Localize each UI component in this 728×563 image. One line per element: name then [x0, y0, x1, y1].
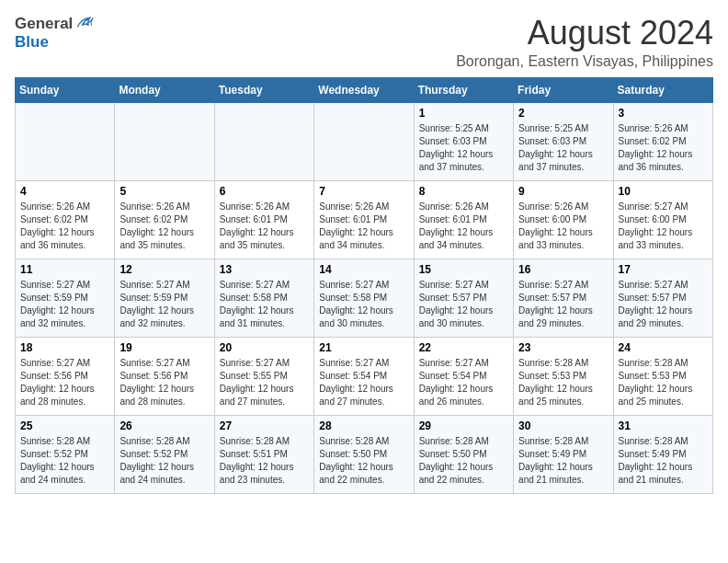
day-info: Sunrise: 5:27 AMSunset: 5:59 PMDaylight:… [20, 279, 109, 330]
day-number: 11 [20, 263, 109, 276]
day-info: Sunrise: 5:25 AMSunset: 6:03 PMDaylight:… [419, 122, 508, 174]
day-number: 22 [419, 341, 508, 354]
calendar-table: SundayMondayTuesdayWednesdayThursdayFrid… [15, 77, 713, 494]
day-info: Sunrise: 5:26 AMSunset: 6:02 PMDaylight:… [619, 122, 708, 174]
calendar-cell: 29Sunrise: 5:28 AMSunset: 5:50 PMDayligh… [414, 415, 513, 493]
col-header-tuesday: Tuesday [214, 77, 313, 102]
day-info: Sunrise: 5:28 AMSunset: 5:52 PMDaylight:… [119, 435, 209, 487]
day-info: Sunrise: 5:27 AMSunset: 5:54 PMDaylight:… [319, 357, 408, 408]
day-info: Sunrise: 5:27 AMSunset: 5:56 PMDaylight:… [119, 357, 209, 408]
calendar-cell: 7Sunrise: 5:26 AMSunset: 6:01 PMDaylight… [314, 180, 414, 259]
calendar-cell: 28Sunrise: 5:28 AMSunset: 5:50 PMDayligh… [314, 415, 414, 493]
header: General Blue August 2024 Borongan, Easte… [15, 15, 713, 70]
day-info: Sunrise: 5:26 AMSunset: 6:01 PMDaylight:… [419, 201, 508, 252]
calendar-cell: 15Sunrise: 5:27 AMSunset: 5:57 PMDayligh… [414, 259, 513, 337]
day-number: 28 [319, 419, 408, 432]
title-area: August 2024 Borongan, Eastern Visayas, P… [456, 15, 713, 70]
day-info: Sunrise: 5:28 AMSunset: 5:50 PMDaylight:… [419, 435, 508, 487]
subtitle: Borongan, Eastern Visayas, Philippines [456, 53, 713, 70]
calendar-cell [115, 102, 214, 180]
day-number: 31 [619, 419, 708, 432]
day-info: Sunrise: 5:25 AMSunset: 6:03 PMDaylight:… [518, 122, 608, 174]
day-info: Sunrise: 5:26 AMSunset: 6:01 PMDaylight:… [319, 201, 408, 252]
calendar-cell: 27Sunrise: 5:28 AMSunset: 5:51 PMDayligh… [214, 415, 313, 493]
calendar-cell: 20Sunrise: 5:27 AMSunset: 5:55 PMDayligh… [214, 337, 313, 415]
calendar-cell: 8Sunrise: 5:26 AMSunset: 6:01 PMDaylight… [414, 180, 513, 259]
day-number: 1 [419, 107, 508, 120]
day-info: Sunrise: 5:27 AMSunset: 5:59 PMDaylight:… [119, 279, 209, 330]
day-info: Sunrise: 5:28 AMSunset: 5:53 PMDaylight:… [619, 357, 708, 408]
day-number: 8 [419, 185, 508, 198]
main-title: August 2024 [456, 15, 713, 52]
day-info: Sunrise: 5:27 AMSunset: 5:54 PMDaylight:… [419, 357, 508, 408]
day-number: 26 [119, 419, 209, 432]
day-number: 16 [518, 263, 608, 276]
calendar-cell: 22Sunrise: 5:27 AMSunset: 5:54 PMDayligh… [414, 337, 513, 415]
calendar-cell [214, 102, 313, 180]
day-info: Sunrise: 5:27 AMSunset: 6:00 PMDaylight:… [619, 201, 708, 252]
day-number: 29 [419, 419, 508, 432]
col-header-friday: Friday [514, 77, 613, 102]
calendar-cell: 30Sunrise: 5:28 AMSunset: 5:49 PMDayligh… [514, 415, 613, 493]
day-number: 2 [518, 107, 608, 120]
calendar-cell: 3Sunrise: 5:26 AMSunset: 6:02 PMDaylight… [613, 102, 712, 180]
week-row-2: 4Sunrise: 5:26 AMSunset: 6:02 PMDaylight… [16, 180, 713, 259]
calendar-cell: 12Sunrise: 5:27 AMSunset: 5:59 PMDayligh… [115, 259, 214, 337]
day-info: Sunrise: 5:27 AMSunset: 5:58 PMDaylight:… [220, 279, 309, 330]
day-info: Sunrise: 5:27 AMSunset: 5:57 PMDaylight:… [419, 279, 508, 330]
day-number: 5 [119, 185, 209, 198]
col-header-sunday: Sunday [16, 77, 115, 102]
calendar-cell: 13Sunrise: 5:27 AMSunset: 5:58 PMDayligh… [214, 259, 313, 337]
calendar-cell: 17Sunrise: 5:27 AMSunset: 5:57 PMDayligh… [613, 259, 712, 337]
calendar-cell: 5Sunrise: 5:26 AMSunset: 6:02 PMDaylight… [115, 180, 214, 259]
calendar-cell [16, 102, 115, 180]
day-number: 19 [119, 341, 209, 354]
day-number: 4 [20, 185, 109, 198]
calendar-cell: 9Sunrise: 5:26 AMSunset: 6:00 PMDaylight… [514, 180, 613, 259]
day-number: 6 [220, 185, 309, 198]
day-number: 14 [319, 263, 408, 276]
day-number: 7 [319, 185, 408, 198]
day-number: 13 [220, 263, 309, 276]
day-info: Sunrise: 5:27 AMSunset: 5:55 PMDaylight:… [220, 357, 309, 408]
day-info: Sunrise: 5:27 AMSunset: 5:56 PMDaylight:… [20, 357, 109, 408]
day-number: 15 [419, 263, 508, 276]
calendar-cell: 21Sunrise: 5:27 AMSunset: 5:54 PMDayligh… [314, 337, 414, 415]
day-info: Sunrise: 5:26 AMSunset: 6:01 PMDaylight:… [220, 201, 309, 252]
day-info: Sunrise: 5:28 AMSunset: 5:51 PMDaylight:… [220, 435, 309, 487]
header-row: SundayMondayTuesdayWednesdayThursdayFrid… [16, 77, 713, 102]
logo-general-text: General [15, 15, 73, 33]
calendar-cell: 14Sunrise: 5:27 AMSunset: 5:58 PMDayligh… [314, 259, 414, 337]
calendar-cell: 1Sunrise: 5:25 AMSunset: 6:03 PMDaylight… [414, 102, 513, 180]
calendar-cell: 26Sunrise: 5:28 AMSunset: 5:52 PMDayligh… [115, 415, 214, 493]
day-info: Sunrise: 5:27 AMSunset: 5:57 PMDaylight:… [518, 279, 608, 330]
week-row-5: 25Sunrise: 5:28 AMSunset: 5:52 PMDayligh… [16, 415, 713, 493]
day-info: Sunrise: 5:28 AMSunset: 5:49 PMDaylight:… [518, 435, 608, 487]
calendar-cell: 6Sunrise: 5:26 AMSunset: 6:01 PMDaylight… [214, 180, 313, 259]
calendar-cell: 4Sunrise: 5:26 AMSunset: 6:02 PMDaylight… [16, 180, 115, 259]
calendar-cell: 31Sunrise: 5:28 AMSunset: 5:49 PMDayligh… [613, 415, 712, 493]
day-number: 21 [319, 341, 408, 354]
day-info: Sunrise: 5:28 AMSunset: 5:52 PMDaylight:… [20, 435, 109, 487]
calendar-cell: 19Sunrise: 5:27 AMSunset: 5:56 PMDayligh… [115, 337, 214, 415]
day-number: 9 [518, 185, 608, 198]
day-number: 30 [518, 419, 608, 432]
logo-blue-text: Blue [15, 33, 49, 52]
calendar-cell: 10Sunrise: 5:27 AMSunset: 6:00 PMDayligh… [613, 180, 712, 259]
calendar-cell [314, 102, 414, 180]
calendar-cell: 25Sunrise: 5:28 AMSunset: 5:52 PMDayligh… [16, 415, 115, 493]
week-row-3: 11Sunrise: 5:27 AMSunset: 5:59 PMDayligh… [16, 259, 713, 337]
day-number: 10 [619, 185, 708, 198]
day-info: Sunrise: 5:28 AMSunset: 5:49 PMDaylight:… [619, 435, 708, 487]
day-info: Sunrise: 5:26 AMSunset: 6:02 PMDaylight:… [119, 201, 209, 252]
logo: General Blue [15, 15, 95, 52]
calendar-cell: 23Sunrise: 5:28 AMSunset: 5:53 PMDayligh… [514, 337, 613, 415]
day-number: 17 [619, 263, 708, 276]
col-header-saturday: Saturday [613, 77, 712, 102]
day-number: 27 [220, 419, 309, 432]
day-number: 24 [619, 341, 708, 354]
week-row-1: 1Sunrise: 5:25 AMSunset: 6:03 PMDaylight… [16, 102, 713, 180]
day-info: Sunrise: 5:28 AMSunset: 5:53 PMDaylight:… [518, 357, 608, 408]
day-number: 25 [20, 419, 109, 432]
logo-bird-icon [74, 16, 95, 32]
